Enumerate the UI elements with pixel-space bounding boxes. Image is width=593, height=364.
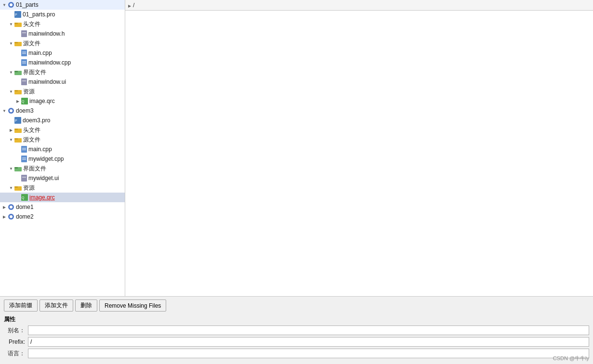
tree-label-01_parts: 01_parts bbox=[16, 1, 39, 8]
folder-yellow-icon bbox=[14, 185, 22, 191]
svg-rect-5 bbox=[14, 23, 18, 24]
tree-item-source_files_3[interactable]: ▼源文件 bbox=[0, 135, 125, 144]
tree-arrow-01_parts: ▼ bbox=[1, 3, 8, 7]
file-gray-icon bbox=[21, 78, 27, 85]
gear-blue-icon bbox=[8, 107, 14, 114]
tree-arrow-ui_files_3: ▼ bbox=[8, 167, 14, 171]
path-bar: / bbox=[125, 0, 593, 11]
tree-item-image_qrc_1[interactable]: ▶Qimage.qrc bbox=[0, 96, 125, 106]
svg-rect-10 bbox=[21, 50, 27, 56]
tree-item-ui_files_3[interactable]: ▼界面文件 bbox=[0, 164, 125, 173]
tree-label-mainwindow_ui: mainwindow.ui bbox=[28, 78, 66, 85]
bottom-panel: 添加前缀 添加文件 删除 Remove Missing Files 属性 别名：… bbox=[0, 296, 593, 364]
tree-arrow-resources_3: ▼ bbox=[8, 186, 14, 190]
tree-item-doem3_pro[interactable]: Pdoem3.pro bbox=[0, 116, 125, 125]
tree-label-source_files_3: 源文件 bbox=[23, 136, 40, 144]
svg-rect-29 bbox=[14, 129, 18, 130]
svg-point-49 bbox=[10, 215, 13, 218]
tree-item-dome1[interactable]: ▶dome1 bbox=[0, 202, 125, 212]
svg-rect-31 bbox=[14, 138, 18, 140]
gear-blue-icon bbox=[8, 204, 14, 210]
svg-point-47 bbox=[10, 206, 13, 208]
file-gray-icon bbox=[21, 30, 27, 37]
file-blue-icon bbox=[21, 156, 27, 162]
add-prefix-button[interactable]: 添加前缀 bbox=[4, 299, 38, 312]
folder-yellow-icon bbox=[14, 127, 22, 133]
tree-arrow-header_files_1: ▼ bbox=[8, 22, 14, 26]
folder-yellow-icon bbox=[14, 21, 22, 27]
watermark: CSDN @牛牛ly bbox=[553, 355, 589, 362]
tree-item-resources_3[interactable]: ▼资源 bbox=[0, 183, 125, 193]
tree-item-01_parts_pro[interactable]: P01_parts.pro bbox=[0, 10, 125, 19]
tree-label-main_cpp_3: main.cpp bbox=[28, 146, 52, 153]
alias-row: 别名： bbox=[4, 325, 589, 335]
tree-item-mainwindow_cpp[interactable]: mainwindow.cpp bbox=[0, 58, 125, 67]
pro-icon: P bbox=[14, 117, 21, 124]
svg-rect-32 bbox=[21, 146, 27, 153]
add-file-button[interactable]: 添加文件 bbox=[40, 299, 73, 312]
tree-arrow-dome2: ▶ bbox=[1, 215, 8, 219]
file-blue-icon bbox=[21, 59, 27, 66]
file-gray-icon bbox=[21, 175, 27, 182]
svg-text:P: P bbox=[15, 119, 17, 122]
lang-row: 语言： bbox=[4, 349, 589, 358]
tree-item-01_parts[interactable]: ▼01_parts bbox=[0, 0, 125, 10]
tree-item-main_cpp_1[interactable]: main.cpp bbox=[0, 48, 125, 58]
tree-item-header_files_3[interactable]: ▶头文件 bbox=[0, 125, 125, 135]
svg-point-25 bbox=[10, 109, 13, 112]
tree-label-01_parts_pro: 01_parts.pro bbox=[23, 11, 55, 18]
tree-label-mainwindow_cpp: mainwindow.cpp bbox=[28, 59, 71, 66]
tree-label-header_files_3: 头文件 bbox=[23, 126, 40, 134]
tree-item-mainwindow_h[interactable]: mainwindow.h bbox=[0, 29, 125, 39]
tree-arrow-header_files_3: ▶ bbox=[8, 128, 14, 132]
tree-arrow-doem3: ▼ bbox=[1, 109, 8, 113]
tree-label-resources_1: 资源 bbox=[23, 88, 35, 96]
tree-label-mywidget_cpp: mywidget.cpp bbox=[28, 156, 64, 162]
tree-item-main_cpp_3[interactable]: main.cpp bbox=[0, 144, 125, 154]
folder-yellow-icon bbox=[14, 137, 22, 143]
properties-section: 属性 别名： Prefix: 语言： bbox=[4, 315, 589, 358]
tree-label-mywidget_ui: mywidget.ui bbox=[28, 175, 59, 182]
tree-item-ui_files_1[interactable]: ▼界面文件 bbox=[0, 67, 125, 77]
alias-input[interactable] bbox=[28, 325, 589, 335]
delete-button[interactable]: 删除 bbox=[75, 299, 97, 312]
qrc-icon: Q bbox=[21, 98, 28, 104]
tree-arrow-resources_1: ▼ bbox=[8, 90, 14, 94]
svg-rect-43 bbox=[14, 186, 18, 188]
lang-input[interactable] bbox=[28, 349, 589, 358]
tree-item-resources_1[interactable]: ▼资源 bbox=[0, 87, 125, 96]
folder-green-icon bbox=[14, 166, 22, 171]
svg-rect-13 bbox=[21, 59, 27, 66]
svg-rect-39 bbox=[14, 167, 18, 169]
tree-label-image_qrc_1: image.qrc bbox=[29, 98, 55, 104]
tree-item-doem3[interactable]: ▼doem3 bbox=[0, 106, 125, 116]
prefix-row: Prefix: bbox=[4, 337, 589, 347]
file-blue-icon bbox=[21, 146, 27, 153]
tree-label-doem3_pro: doem3.pro bbox=[23, 117, 50, 124]
action-buttons: 添加前缀 添加文件 删除 Remove Missing Files bbox=[4, 299, 589, 312]
file-blue-icon bbox=[21, 50, 27, 56]
svg-rect-40 bbox=[21, 175, 27, 182]
tree-item-source_files_1[interactable]: ▼源文件 bbox=[0, 39, 125, 48]
tree-label-ui_files_3: 界面文件 bbox=[23, 165, 46, 173]
svg-rect-35 bbox=[21, 156, 27, 162]
tree-item-header_files_1[interactable]: ▼头文件 bbox=[0, 19, 125, 29]
svg-rect-6 bbox=[21, 30, 27, 37]
tree-arrow-image_qrc_1: ▶ bbox=[14, 99, 21, 104]
folder-yellow-icon bbox=[14, 40, 22, 46]
pro-icon: P bbox=[14, 11, 21, 18]
svg-point-1 bbox=[10, 3, 13, 6]
tree-item-mainwindow_ui[interactable]: mainwindow.ui bbox=[0, 77, 125, 87]
svg-text:Q: Q bbox=[22, 196, 25, 200]
tree-item-image_qrc_3[interactable]: Qimage.qrc bbox=[0, 193, 125, 202]
right-panel: / bbox=[125, 0, 593, 296]
prefix-input[interactable] bbox=[28, 337, 589, 347]
tree-arrow-source_files_3: ▼ bbox=[8, 138, 14, 142]
tree-label-resources_3: 资源 bbox=[23, 184, 35, 192]
remove-missing-button[interactable]: Remove Missing Files bbox=[99, 299, 166, 312]
file-content-area bbox=[125, 11, 593, 296]
tree-item-mywidget_ui[interactable]: mywidget.ui bbox=[0, 173, 125, 183]
svg-rect-17 bbox=[14, 71, 18, 72]
tree-item-dome2[interactable]: ▶dome2 bbox=[0, 212, 125, 221]
tree-item-mywidget_cpp[interactable]: mywidget.cpp bbox=[0, 154, 125, 164]
